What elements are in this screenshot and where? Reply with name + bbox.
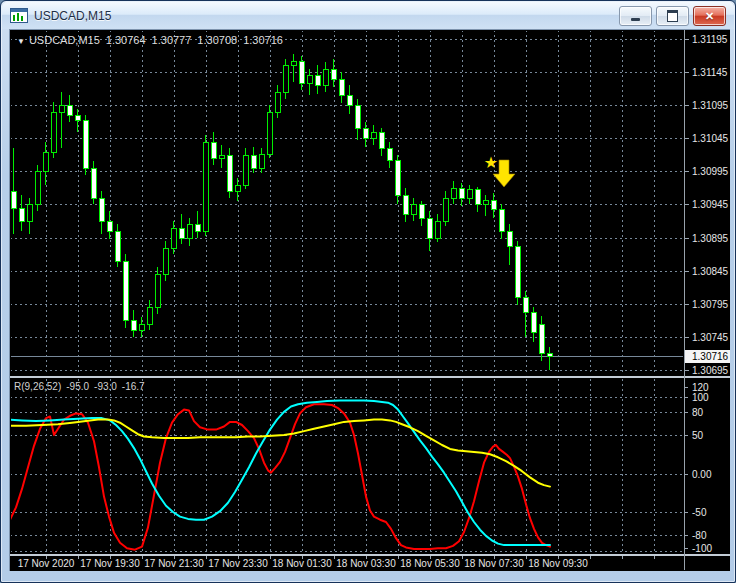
time-axis-separator (10, 554, 730, 556)
candle-body (19, 208, 24, 221)
price-axis-label: 1.31145 (692, 67, 728, 78)
candle-body (379, 132, 384, 148)
candle-body (75, 115, 80, 120)
chart-window: USDCAD,M15 ✕ ★1.311951.311451.310951.310… (0, 0, 736, 583)
indicator-axis-label: 100 (692, 392, 709, 403)
indicator-name: R(9,26,52) (14, 381, 61, 392)
price-axis-label: 1.30795 (692, 299, 729, 310)
candle-body (387, 148, 392, 160)
candle-body (211, 142, 216, 158)
candle-body (419, 204, 424, 218)
candle-body (531, 312, 536, 332)
indicator-axis-label: 50 (692, 430, 704, 441)
chevron-down-icon: ▼ (17, 37, 25, 46)
candle-body (99, 198, 104, 221)
candle-body (451, 188, 456, 198)
candle-body (59, 105, 64, 112)
time-axis-label: 18 Nov 05:30 (400, 558, 460, 569)
price-axis-label: 1.30995 (692, 166, 729, 177)
header-close: 1.30716 (243, 34, 283, 46)
candle-body (323, 69, 328, 85)
candle-body (403, 195, 408, 214)
candle-body (475, 189, 480, 204)
price-axis-label: 1.31195 (692, 34, 728, 45)
candle-body (371, 132, 376, 138)
candle-body (315, 75, 320, 85)
candle-body (243, 155, 248, 185)
price-axis-label: 1.30695 (692, 365, 729, 376)
current-price-label: 1.30716 (692, 351, 729, 362)
candle-body (523, 297, 528, 312)
candle-body (283, 65, 288, 92)
candle-body (179, 228, 184, 238)
chart-canvas[interactable]: ★1.311951.311451.310951.310451.309951.30… (10, 30, 730, 571)
candle-body (275, 92, 280, 112)
close-icon: ✕ (705, 11, 714, 22)
time-axis-label: 17 Nov 23:30 (208, 558, 268, 569)
star-icon: ★ (484, 153, 498, 172)
window-title: USDCAD,M15 (34, 9, 111, 23)
indicator-axis-label: -50 (692, 507, 707, 518)
time-axis-label: 17 Nov 2020 (18, 558, 75, 569)
header-high: 1.30777 (152, 34, 192, 46)
header-symbol: USDCAD,M15 (29, 34, 100, 46)
candle-body (203, 142, 208, 231)
restore-button[interactable] (656, 6, 689, 26)
candle-body (163, 248, 168, 274)
close-button[interactable]: ✕ (693, 6, 726, 26)
indicator-value-yellow: -16.7 (122, 381, 145, 392)
candle-body (235, 185, 240, 191)
candle-body (355, 105, 360, 128)
candle-body (307, 75, 312, 83)
restore-icon (667, 10, 678, 22)
candle-body (347, 95, 352, 105)
candle-body (43, 152, 48, 171)
chart-ohlc-header: ▼USDCAD,M151.307641.307771.307081.30716 (17, 34, 283, 46)
time-axis-label: 18 Nov 09:30 (528, 558, 588, 569)
candle-body (435, 221, 440, 238)
price-axis-label: 1.31095 (692, 100, 729, 111)
minimize-icon (631, 18, 640, 21)
header-open: 1.30764 (106, 34, 146, 46)
candle-body (483, 200, 488, 204)
candle-body (267, 112, 272, 154)
candle-body (147, 307, 152, 324)
candle-body (411, 204, 416, 214)
price-axis-label: 1.30845 (692, 266, 729, 277)
candle-body (171, 228, 176, 248)
candle-body (83, 120, 88, 168)
candle-body (395, 160, 400, 195)
candle-body (115, 231, 120, 261)
candle-body (227, 155, 232, 191)
indicator-axis-label: -80 (692, 530, 707, 541)
price-axis-label: 1.30745 (692, 332, 729, 343)
candle-body (187, 224, 192, 238)
candle-body (67, 105, 72, 115)
candle-body (35, 171, 40, 204)
chart-window-icon (10, 8, 28, 23)
candle-body (507, 231, 512, 246)
price-axis-label: 1.30895 (692, 233, 729, 244)
candle-body (11, 191, 16, 208)
price-axis-label: 1.30945 (692, 199, 729, 210)
candle-body (51, 112, 56, 152)
candle-body (547, 353, 552, 356)
candle-body (363, 128, 368, 138)
candle-body (259, 154, 264, 168)
indicator-axis-label: -100 (692, 543, 712, 554)
time-axis-label: 17 Nov 21:30 (144, 558, 204, 569)
candle-body (491, 200, 496, 209)
candle-body (515, 246, 520, 297)
candle-body (195, 224, 200, 231)
candle-body (331, 69, 336, 79)
minimize-button[interactable] (619, 6, 652, 26)
candle-body (139, 324, 144, 330)
header-low: 1.30708 (197, 34, 237, 46)
time-axis-label: 18 Nov 03:30 (336, 558, 396, 569)
candle-body (291, 61, 296, 65)
title-bar[interactable]: USDCAD,M15 ✕ (2, 2, 734, 29)
indicator-value-cyan: -93.0 (94, 381, 117, 392)
candle-body (299, 61, 304, 83)
indicator-label: R(9,26,52)-95.0-93.0-16.7 (14, 381, 145, 392)
chart-client-area: ★1.311951.311451.310951.310451.309951.30… (9, 29, 730, 571)
